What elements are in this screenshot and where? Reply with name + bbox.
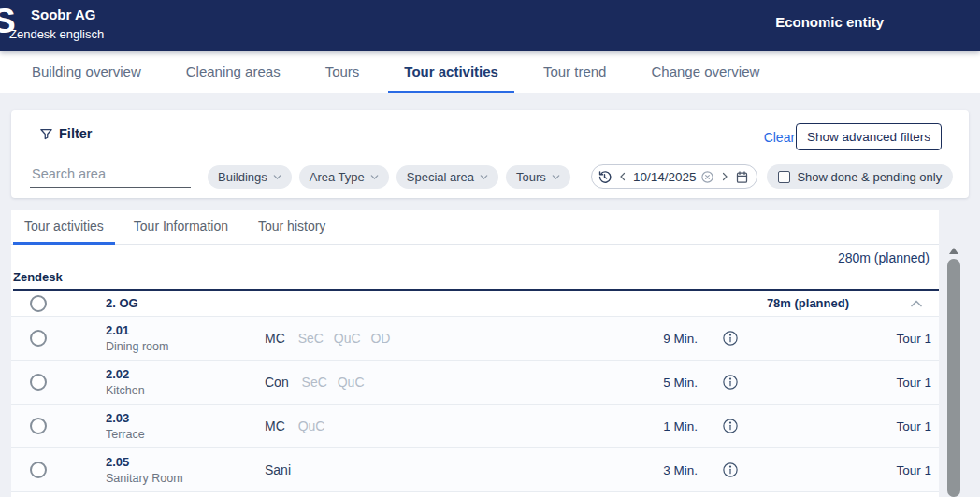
info-icon[interactable] [722, 330, 739, 347]
room-cell: 2.01 Dining room [65, 323, 265, 353]
tab-tour-activities[interactable]: Tour activities [388, 51, 514, 93]
info-icon[interactable] [722, 418, 739, 434]
chevron-down-icon [271, 171, 283, 183]
show-done-pending-toggle[interactable]: Show done & pending only [767, 164, 953, 189]
clear-date-icon[interactable] [700, 170, 714, 184]
buildings-chip-label: Buildings [218, 170, 267, 184]
filter-title-label: Filter [59, 126, 92, 141]
tab-tours[interactable]: Tours [310, 51, 376, 93]
done-pending-checkbox[interactable] [778, 171, 790, 183]
info-icon[interactable] [722, 462, 739, 478]
room-name: Dining room [106, 340, 265, 353]
special-area-filter-chip[interactable]: Special area [396, 165, 498, 189]
app-header: S Soobr AG Zendesk englisch Economic ent… [0, 0, 980, 51]
scroll-up-arrow-icon[interactable] [949, 248, 958, 254]
chevron-down-icon [550, 171, 562, 183]
group-radio-button[interactable] [30, 295, 47, 312]
tag-active: MC [265, 331, 285, 346]
done-pending-label: Show done & pending only [797, 170, 942, 184]
subtab-tour-history[interactable]: Tour history [247, 210, 337, 245]
tour-label: Tour 1 [763, 419, 931, 433]
room-number: 2.03 [106, 411, 265, 425]
activity-tags: Sani [265, 462, 613, 477]
calendar-icon[interactable] [735, 170, 749, 184]
tours-chip-label: Tours [516, 170, 546, 184]
tags-inactive: SeC QuC OD [298, 331, 391, 346]
filter-controls-row: Buildings Area Type Special area Tours 1… [30, 164, 958, 189]
room-cell: 2.03 Terrace [65, 411, 265, 441]
filter-title: Filter [39, 126, 92, 141]
date-value[interactable]: 10/14/2025 [633, 170, 697, 184]
tags-inactive: QuC [298, 419, 325, 433]
main-tabbar: Building overview Cleaning areas Tours T… [0, 51, 980, 93]
scrollbar-thumb[interactable] [947, 259, 960, 497]
tours-filter-chip[interactable]: Tours [506, 165, 570, 189]
funnel-icon [39, 127, 53, 141]
room-name: Terrace [106, 428, 265, 441]
vertical-scrollbar[interactable] [946, 246, 961, 497]
row-radio-button[interactable] [30, 374, 47, 390]
tab-cleaning-areas[interactable]: Cleaning areas [170, 51, 296, 93]
table-row[interactable]: 2.01 Dining room MC SeC QuC OD 9 Min. To… [11, 317, 939, 361]
company-name: Soobr AG [31, 7, 95, 22]
subtab-tour-information[interactable]: Tour Information [122, 210, 239, 245]
tab-change-overview[interactable]: Change overview [635, 51, 775, 93]
show-advanced-filters-button[interactable]: Show advanced filters [796, 123, 942, 150]
tour-activities-panel: Tour activities Tour Information Tour hi… [11, 210, 939, 497]
room-number: 2.02 [106, 367, 265, 381]
total-planned-label: 280m (planned) [11, 245, 939, 265]
subtab-tour-activities[interactable]: Tour activities [13, 210, 115, 245]
workspace-name: Zendesk englisch [9, 27, 104, 41]
tour-label: Tour 1 [763, 332, 931, 346]
chevron-down-icon [368, 171, 381, 183]
table-row[interactable]: 2.05 Sanitary Room Sani 3 Min. Tour 1 [11, 448, 939, 492]
room-cell: 2.02 Kitchen [65, 367, 265, 397]
duration-label: 3 Min. [613, 463, 698, 477]
tab-building-overview[interactable]: Building overview [16, 51, 157, 93]
chevron-down-icon [478, 171, 490, 183]
search-area-input[interactable] [30, 166, 191, 188]
history-clock-icon[interactable] [597, 169, 612, 185]
buildings-filter-chip[interactable]: Buildings [208, 165, 292, 189]
duration-label: 5 Min. [613, 376, 698, 390]
tag-active: Sani [265, 462, 291, 477]
table-row[interactable]: 2.03 Terrace MC QuC 1 Min. Tour 1 [11, 405, 939, 448]
economic-entity-menu[interactable]: Economic entity [775, 14, 884, 30]
room-name: Sanitary Room [106, 472, 265, 485]
room-number: 2.01 [106, 323, 265, 337]
group-name: 2. OG [65, 296, 699, 310]
tag-active: Con [265, 375, 289, 390]
group-planned-label: 78m (planned) [699, 296, 849, 310]
tab-tour-trend[interactable]: Tour trend [527, 51, 623, 93]
tour-label: Tour 1 [763, 376, 931, 390]
floor-group-row[interactable]: 2. OG 78m (planned) [11, 291, 939, 317]
tag-active: MC [265, 419, 285, 433]
row-radio-button[interactable] [30, 418, 47, 434]
sub-tabbar: Tour activities Tour Information Tour hi… [11, 210, 939, 245]
next-day-icon[interactable] [719, 171, 730, 182]
tour-label: Tour 1 [763, 463, 931, 477]
collapse-group-icon[interactable] [907, 294, 926, 313]
room-number: 2.05 [106, 455, 265, 469]
area-type-filter-chip[interactable]: Area Type [299, 165, 389, 189]
filter-panel: Filter Clear all Show advanced filters B… [11, 110, 969, 198]
activity-tags: MC SeC QuC OD [265, 331, 613, 346]
duration-label: 1 Min. [613, 419, 698, 433]
date-filter: 10/14/2025 [591, 164, 758, 189]
row-radio-button[interactable] [30, 462, 47, 478]
activity-tags: MC QuC [265, 419, 613, 433]
special-area-chip-label: Special area [407, 170, 474, 184]
row-radio-button[interactable] [30, 330, 47, 347]
building-section-label: Zendesk [13, 270, 939, 291]
duration-label: 9 Min. [613, 332, 698, 346]
activity-tags: Con SeC QuC [265, 375, 613, 390]
previous-day-icon[interactable] [617, 171, 628, 182]
tags-inactive: SeC QuC [302, 375, 365, 390]
room-cell: 2.05 Sanitary Room [65, 455, 265, 485]
table-row[interactable]: 2.02 Kitchen Con SeC QuC 5 Min. Tour 1 [11, 361, 939, 405]
room-name: Kitchen [106, 384, 265, 397]
info-icon[interactable] [722, 374, 739, 390]
area-type-chip-label: Area Type [310, 170, 365, 184]
